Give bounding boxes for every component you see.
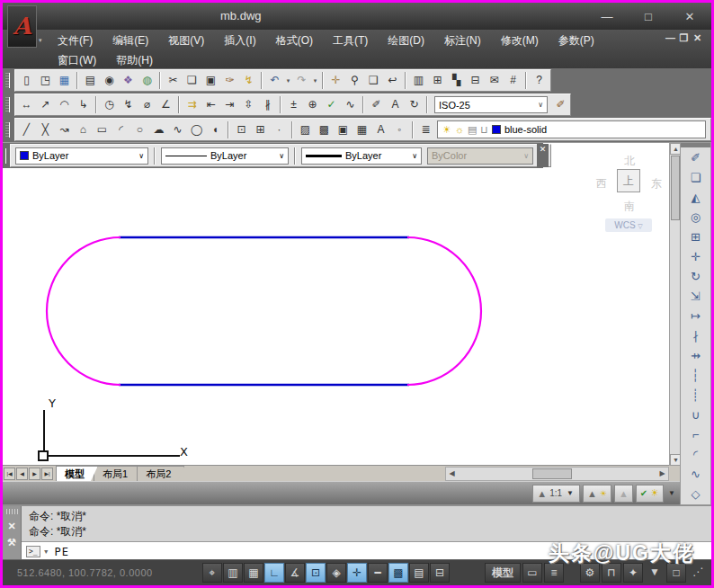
doc-minimize-button[interactable]: —	[664, 32, 677, 44]
fillet-button[interactable]: ◜	[684, 445, 708, 465]
quickcalc-button[interactable]: #	[504, 71, 522, 90]
command-input-text[interactable]: PE	[55, 546, 69, 558]
trim-button[interactable]: ∤	[684, 326, 708, 346]
doc-close-button[interactable]: ✕	[691, 32, 704, 44]
chamfer-button[interactable]: ⌐	[684, 425, 708, 445]
open-button[interactable]: ◳	[36, 71, 55, 90]
properties-button[interactable]: ▥	[409, 71, 428, 90]
annotation-autoscale-button[interactable]: ▲	[614, 485, 633, 503]
center-mark-button[interactable]: ⊕	[303, 95, 322, 114]
markup-set-manager-button[interactable]: ✉	[485, 71, 504, 90]
dimension-style-select[interactable]: ISO-25 ∨	[434, 96, 548, 113]
dimension-space-button[interactable]: ⇳	[239, 95, 258, 114]
lineweight-toggle[interactable]: ━	[368, 563, 388, 583]
infer-constraints-toggle[interactable]: ⌖	[202, 563, 222, 583]
stretch-button[interactable]: ↦	[684, 307, 708, 326]
menu-dimension[interactable]: 标注(N)	[434, 31, 491, 50]
drawing-canvas[interactable]: ByLayer ∨ ByLayer ∨ ByLayer ∨	[3, 142, 711, 465]
publish-button[interactable]: ❖	[119, 71, 138, 90]
tab-layout1[interactable]: 布局1	[94, 466, 141, 481]
zoom-previous-button[interactable]: ↩	[383, 71, 402, 90]
color-select[interactable]: ByLayer ∨	[15, 147, 148, 165]
lineweight-select[interactable]: ByLayer ∨	[301, 147, 422, 165]
dimension-edit-button[interactable]: ✐	[367, 95, 386, 114]
array-button[interactable]: ⊞	[684, 227, 708, 247]
scale-button[interactable]: ⇲	[684, 287, 708, 307]
rectangle-button[interactable]: ▭	[93, 120, 112, 139]
angular-dimension-button[interactable]: ∠	[156, 95, 175, 114]
break-at-point-button[interactable]: ┆	[684, 366, 708, 386]
quick-dimension-button[interactable]: ⇉	[183, 95, 201, 114]
jogged-linear-button[interactable]: ∿	[341, 95, 360, 114]
break-button[interactable]: ┊	[684, 386, 708, 405]
polygon-button[interactable]: ⌂	[74, 120, 93, 139]
tab-layout2[interactable]: 布局2	[137, 466, 184, 481]
tab-model[interactable]: 模型	[56, 466, 98, 481]
circle-button[interactable]: ○	[130, 120, 149, 139]
menu-draw[interactable]: 绘图(D)	[378, 31, 434, 50]
tab-last-button[interactable]: ▶|	[41, 468, 53, 480]
coordinate-readout[interactable]: 512.6480, 100.7782, 0.0000	[17, 567, 195, 578]
ortho-toggle[interactable]: ∟	[264, 563, 284, 583]
paste-button[interactable]: ▣	[201, 71, 220, 90]
transparency-toggle[interactable]: ▩	[388, 563, 408, 583]
annotation-scale-control[interactable]: ▲ 1:1 ▼	[532, 485, 580, 503]
baseline-dimension-button[interactable]: ⇤	[201, 95, 220, 114]
command-customize-icon[interactable]: ⚒	[3, 534, 21, 550]
rotate-button[interactable]: ↻	[684, 267, 708, 287]
toolbar-close-button[interactable]: ✕	[537, 144, 549, 167]
selection-cycling-toggle[interactable]: ⊟	[430, 563, 450, 583]
menu-view[interactable]: 视图(V)	[158, 31, 214, 50]
stadium-left-arc[interactable]	[47, 237, 120, 385]
cut-button[interactable]: ✂	[164, 71, 183, 90]
quick-properties-toggle[interactable]: ▤	[409, 563, 429, 583]
copy-button[interactable]: ❏	[684, 168, 708, 188]
menu-file[interactable]: 文件(F)	[48, 31, 103, 50]
sheet-set-manager-button[interactable]: ⊟	[466, 71, 485, 90]
inspection-button[interactable]: ✓	[322, 95, 341, 114]
annotation-visibility-button[interactable]: ▲ ☀	[583, 485, 611, 503]
spline-button[interactable]: ∿	[168, 120, 187, 139]
tab-prev-button[interactable]: ◀	[16, 468, 28, 480]
object-snap-toggle[interactable]: ⊡	[306, 563, 326, 583]
menu-help[interactable]: 帮助(H)	[106, 50, 163, 70]
toolbar-grip[interactable]	[5, 122, 10, 138]
horizontal-scrollbar[interactable]: ◀ ▶	[445, 467, 669, 481]
layer-status-button[interactable]: ✔ ☀	[636, 485, 664, 503]
menu-modify[interactable]: 修改(M)	[491, 31, 549, 50]
point-button[interactable]: ∙	[270, 120, 289, 139]
revision-cloud-button[interactable]: ☁	[149, 120, 168, 139]
command-window-grip[interactable]: ✕ ⚒	[3, 506, 22, 561]
dimension-text-edit-button[interactable]: A	[386, 95, 405, 114]
menu-parametric[interactable]: 参数(P)	[549, 31, 604, 50]
scroll-left-button[interactable]: ◀	[446, 468, 458, 480]
copy-button[interactable]: ❏	[183, 71, 201, 90]
edit-block-button[interactable]: ↯	[239, 71, 258, 90]
construction-line-button[interactable]: ╳	[36, 120, 55, 139]
erase-button[interactable]: ✐	[684, 148, 708, 168]
autocad-logo-button[interactable]: A	[7, 5, 37, 48]
ordinate-dimension-button[interactable]: ↳	[74, 95, 93, 114]
line-button[interactable]: ╱	[17, 120, 36, 139]
3d-dwf-button[interactable]: ◍	[138, 71, 156, 90]
join-button[interactable]: ∪	[684, 405, 708, 425]
polar-tracking-toggle[interactable]: ∡	[285, 563, 305, 583]
annotation-menu-button[interactable]: ▼	[666, 489, 677, 497]
menu-window[interactable]: 窗口(W)	[48, 50, 106, 70]
region-button[interactable]: ▣	[334, 120, 353, 139]
doc-restore-button[interactable]: ❐	[677, 32, 691, 44]
minimize-button[interactable]: —	[594, 10, 620, 23]
dimension-update-button[interactable]: ↻	[405, 95, 424, 114]
tolerance-button[interactable]: ±	[284, 95, 303, 114]
viewcube-south[interactable]: 南	[620, 199, 638, 214]
blend-curves-button[interactable]: ∿	[684, 465, 708, 485]
point-style-button[interactable]: ◦	[390, 120, 409, 139]
vertical-scroll-thumb[interactable]	[671, 156, 680, 220]
viewcube-west[interactable]: 西	[594, 176, 609, 192]
model-space-button[interactable]: 模型	[485, 563, 521, 583]
horizontal-scroll-thumb[interactable]	[532, 468, 572, 479]
toolbar-grip[interactable]	[5, 97, 10, 112]
close-button[interactable]: ✕	[677, 10, 702, 23]
offset-button[interactable]: ◎	[684, 208, 708, 227]
logo-dropdown-icon[interactable]: ▾	[39, 37, 42, 44]
